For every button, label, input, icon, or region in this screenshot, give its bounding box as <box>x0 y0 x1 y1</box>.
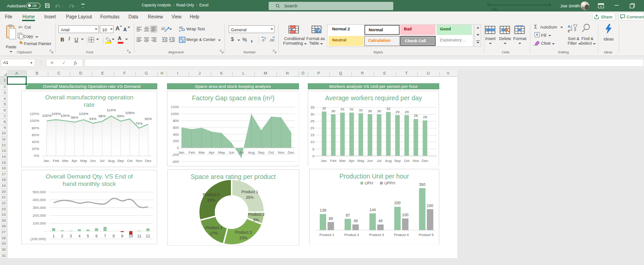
svg-text:Overall Demand Qty. VS End of: Overall Demand Qty. VS End of <box>46 173 133 180</box>
svg-text:5: 5 <box>312 147 315 151</box>
svg-text:Apr: Apr <box>349 158 355 162</box>
svg-text:12: 12 <box>146 234 150 238</box>
svg-text:3: 3 <box>70 234 72 238</box>
svg-text:30: 30 <box>368 109 372 113</box>
svg-text:UPPH: UPPH <box>384 181 395 185</box>
svg-text:Jun: Jun <box>228 150 234 155</box>
svg-text:Z: Z <box>568 29 570 33</box>
svg-text:0: 0 <box>177 146 179 150</box>
svg-text:80%: 80% <box>32 126 39 130</box>
svg-text:5: 5 <box>87 234 89 238</box>
svg-text:200,000: 200,000 <box>33 213 46 218</box>
svg-text:Aug: Aug <box>385 158 391 162</box>
svg-text:May: May <box>80 159 87 163</box>
svg-text:31: 31 <box>359 108 363 112</box>
svg-text:c: c <box>179 29 181 32</box>
svg-text:500,000: 500,000 <box>33 190 46 194</box>
svg-text:2: 2 <box>61 234 63 238</box>
svg-text:60%: 60% <box>32 133 39 137</box>
svg-text:Sep: Sep <box>117 159 124 163</box>
svg-text:29%: 29% <box>207 198 215 202</box>
svg-text:103%: 103% <box>52 112 61 116</box>
svg-text:69: 69 <box>328 216 333 220</box>
svg-text:1000: 1000 <box>171 112 179 116</box>
svg-text:30: 30 <box>310 112 315 116</box>
svg-text:Product 1: Product 1 <box>320 233 334 237</box>
svg-text:Product 3: Product 3 <box>369 233 384 237</box>
svg-text:Product 4: Product 4 <box>206 225 223 230</box>
svg-text:49: 49 <box>353 218 358 223</box>
svg-text:Product 5: Product 5 <box>419 233 433 237</box>
svg-text:35: 35 <box>310 105 315 109</box>
svg-text:Product 2: Product 2 <box>248 212 265 217</box>
svg-text:32: 32 <box>386 106 391 110</box>
svg-text:23%: 23% <box>240 236 247 240</box>
svg-text:0%: 0% <box>34 154 40 158</box>
svg-text:30: 30 <box>331 109 335 113</box>
svg-text:Feb: Feb <box>330 158 337 162</box>
svg-text:93%: 93% <box>89 117 97 121</box>
svg-text:Nov: Nov <box>136 159 142 163</box>
svg-text:9: 9 <box>121 234 124 238</box>
svg-text:30: 30 <box>377 109 381 113</box>
svg-text:100%: 100% <box>42 114 52 118</box>
svg-text:Nov: Nov <box>277 150 284 155</box>
svg-text:11: 11 <box>138 234 142 238</box>
svg-text:Space area rating per product: Space area rating per product <box>190 173 276 180</box>
svg-text:144: 144 <box>369 207 376 212</box>
svg-text:Overall manufactoring operatio: Overall manufactoring operation <box>45 94 133 101</box>
svg-text:Dec: Dec <box>288 150 294 155</box>
svg-text:1200: 1200 <box>171 105 179 109</box>
svg-text:Feb: Feb <box>53 159 59 163</box>
svg-text:Jun: Jun <box>367 158 373 162</box>
svg-text:26: 26 <box>423 115 427 119</box>
svg-text:Jan.: Jan. <box>321 158 328 162</box>
svg-text:Product 4: Product 4 <box>394 233 408 237</box>
svg-text:20%: 20% <box>32 147 39 151</box>
svg-text:400: 400 <box>172 132 179 137</box>
svg-text:25%: 25% <box>246 195 253 200</box>
svg-text:10: 10 <box>310 140 315 144</box>
svg-text:20: 20 <box>310 126 315 130</box>
svg-text:300,000: 300,000 <box>33 206 46 210</box>
svg-text:Mar: Mar <box>339 158 346 162</box>
svg-text:UPH: UPH <box>365 181 373 185</box>
svg-text:32: 32 <box>322 106 326 110</box>
svg-text:Product 2: Product 2 <box>345 233 359 237</box>
svg-text:200: 200 <box>394 201 401 205</box>
svg-text:0: 0 <box>312 154 315 158</box>
svg-text:(100,000): (100,000) <box>30 237 46 241</box>
svg-text:-: - <box>45 229 46 233</box>
svg-text:Average workers required per d: Average workers required per day <box>325 94 422 101</box>
svg-text:105%: 105% <box>125 111 134 115</box>
svg-text:600: 600 <box>172 126 179 130</box>
svg-text:120%: 120% <box>30 112 39 116</box>
svg-text:Aug: Aug <box>248 150 254 155</box>
svg-text:48: 48 <box>378 219 383 223</box>
svg-text:800: 800 <box>172 119 179 123</box>
svg-text:96%: 96% <box>71 116 78 120</box>
svg-text:Apr: Apr <box>208 150 214 155</box>
svg-text:1: 1 <box>53 234 55 238</box>
svg-text:Dec: Dec <box>145 159 151 163</box>
svg-text:98%: 98% <box>98 115 106 119</box>
svg-text:Jul: Jul <box>239 150 243 155</box>
svg-text:180: 180 <box>427 203 433 207</box>
svg-text:.00: .00 <box>269 38 275 42</box>
svg-text:Feb: Feb <box>188 150 195 155</box>
svg-text:Product 1: Product 1 <box>242 190 259 194</box>
svg-text:Mar: Mar <box>198 150 205 155</box>
svg-text:Sep: Sep <box>258 150 264 155</box>
svg-text:Oct: Oct <box>127 159 133 163</box>
svg-text:99%: 99% <box>117 115 124 119</box>
svg-text:0: 0 <box>264 37 266 40</box>
svg-text:114%: 114% <box>107 108 116 112</box>
svg-text:Product 5: Product 5 <box>203 192 220 197</box>
svg-text:Factory Gap space area (m²): Factory Gap space area (m²) <box>192 94 275 102</box>
svg-text:Aug: Aug <box>108 159 115 163</box>
svg-text:25: 25 <box>310 119 315 123</box>
svg-text:31: 31 <box>350 107 354 111</box>
svg-text:40%: 40% <box>32 140 39 144</box>
svg-text:97: 97 <box>345 213 350 217</box>
svg-text:May: May <box>357 158 364 162</box>
